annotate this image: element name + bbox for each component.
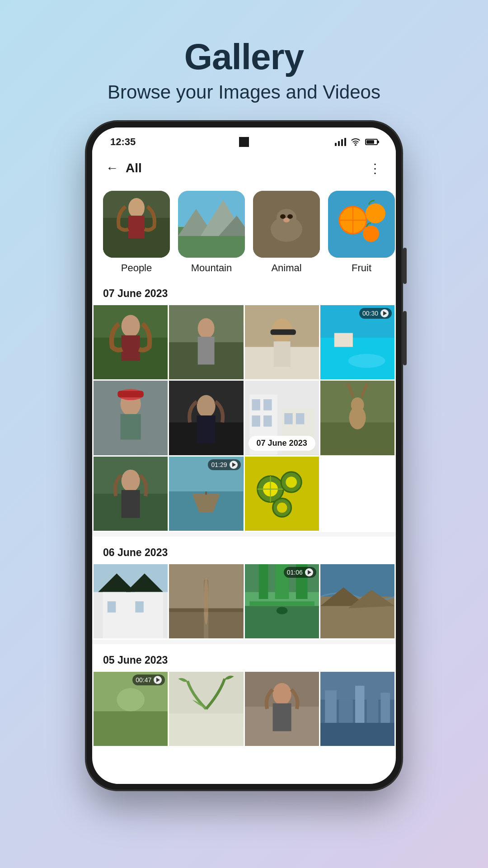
top-bar: ← All ⋮ xyxy=(92,153,396,184)
photo-cell[interactable]: 07 June 2023 xyxy=(245,381,319,455)
categories-row: People Mountain xyxy=(92,191,396,274)
svg-rect-42 xyxy=(270,329,296,335)
app-subtitle: Browse your Images and Videos xyxy=(108,81,380,103)
svg-rect-62 xyxy=(252,415,260,427)
photo-cell[interactable] xyxy=(245,305,319,379)
section-06-june: 06 June 2023 xyxy=(92,538,396,640)
svg-rect-64 xyxy=(284,413,292,425)
section-divider-2 xyxy=(92,640,396,644)
app-title: Gallery xyxy=(108,36,380,78)
svg-rect-61 xyxy=(263,399,272,410)
svg-point-55 xyxy=(197,395,216,417)
video-duration-badge: 00:30 xyxy=(359,308,392,319)
photo-cell[interactable] xyxy=(245,457,319,531)
svg-point-72 xyxy=(122,469,140,491)
svg-point-12 xyxy=(280,214,286,219)
svg-rect-63 xyxy=(263,415,272,427)
photo-grid-07june-row1: 00:30 xyxy=(92,305,396,381)
photo-grid-07june-row2: 07 June 2023 xyxy=(92,381,396,456)
svg-rect-43 xyxy=(273,341,290,367)
section-05-june: 05 June 2023 00:47 xyxy=(92,646,396,747)
svg-rect-111 xyxy=(320,564,394,601)
svg-point-88 xyxy=(277,502,287,513)
svg-point-101 xyxy=(204,578,208,625)
svg-rect-60 xyxy=(252,399,260,410)
svg-rect-46 xyxy=(334,333,353,347)
category-thumb-people xyxy=(103,191,170,258)
svg-rect-34 xyxy=(122,335,140,361)
svg-point-2 xyxy=(128,198,145,218)
video-cell[interactable]: 01:29 xyxy=(169,457,243,531)
svg-rect-116 xyxy=(94,709,168,746)
svg-rect-96 xyxy=(135,601,143,613)
page-header: Gallery Browse your Images and Videos xyxy=(108,0,380,103)
section-07-june: 07 June 2023 xyxy=(92,279,396,532)
svg-point-69 xyxy=(351,397,364,412)
svg-rect-56 xyxy=(197,415,216,443)
video-cell[interactable]: 00:47 xyxy=(94,672,168,746)
more-button[interactable]: ⋮ xyxy=(369,161,382,176)
category-item-fruit[interactable]: Fruit xyxy=(328,191,395,274)
svg-rect-92 xyxy=(103,592,131,638)
svg-point-20 xyxy=(366,203,385,223)
video-cell[interactable]: 01:06 xyxy=(245,564,319,638)
category-item-mountain[interactable]: Mountain xyxy=(178,191,245,274)
svg-rect-65 xyxy=(296,413,304,425)
category-item-animal[interactable]: Animal xyxy=(253,191,320,274)
category-label-mountain: Mountain xyxy=(191,262,232,274)
phone-screen: 12:35 ← All ⋮ xyxy=(92,127,396,784)
svg-point-47 xyxy=(348,354,385,368)
date-header-07june: 07 June 2023 xyxy=(92,279,396,305)
svg-point-123 xyxy=(272,683,291,705)
section-divider xyxy=(92,532,396,537)
svg-rect-52 xyxy=(117,391,143,397)
video-cell[interactable]: 00:30 xyxy=(320,305,394,379)
svg-rect-120 xyxy=(169,713,243,746)
photo-cell[interactable] xyxy=(169,305,243,379)
svg-rect-95 xyxy=(108,601,116,613)
date-header-05june: 05 June 2023 xyxy=(92,646,396,672)
status-icons xyxy=(335,138,378,146)
category-thumb-fruit xyxy=(328,191,395,258)
svg-rect-105 xyxy=(249,601,314,606)
photo-cell-empty xyxy=(320,457,394,531)
svg-point-13 xyxy=(287,214,293,219)
photo-cell[interactable] xyxy=(169,672,243,746)
wifi-icon xyxy=(351,138,361,146)
phone-shell: 12:35 ← All ⋮ xyxy=(86,121,402,790)
photo-cell[interactable] xyxy=(320,564,394,638)
video-duration-badge: 01:06 xyxy=(284,567,316,578)
signal-icon xyxy=(335,138,346,146)
svg-point-21 xyxy=(363,226,379,242)
category-label-people: People xyxy=(121,262,152,274)
category-label-fruit: Fruit xyxy=(352,262,371,274)
categories-section: People Mountain xyxy=(92,184,396,278)
camera-dot xyxy=(239,137,249,147)
photo-cell[interactable] xyxy=(320,672,394,746)
svg-rect-3 xyxy=(128,216,145,238)
category-label-animal: Animal xyxy=(271,262,301,274)
photo-cell[interactable] xyxy=(94,457,168,531)
photo-grid-05june: 00:47 xyxy=(92,672,396,747)
svg-rect-106 xyxy=(258,564,268,599)
back-button[interactable]: ← xyxy=(106,161,118,175)
svg-point-86 xyxy=(286,476,297,488)
screen-title: All xyxy=(126,161,369,175)
svg-point-118 xyxy=(117,688,145,711)
photo-cell[interactable] xyxy=(94,564,168,638)
photo-cell[interactable] xyxy=(320,381,394,455)
battery-icon xyxy=(365,139,378,145)
svg-rect-132 xyxy=(320,723,394,746)
photo-cell[interactable] xyxy=(245,672,319,746)
date-overlay-badge: 07 June 2023 xyxy=(249,436,315,451)
photo-cell[interactable] xyxy=(94,305,168,379)
svg-point-14 xyxy=(283,218,290,222)
photo-cell[interactable] xyxy=(169,381,243,455)
category-item-people[interactable]: People xyxy=(103,191,170,274)
photo-grid-06june: 01:06 xyxy=(92,564,396,640)
date-header-06june: 06 June 2023 xyxy=(92,538,396,564)
photo-cell[interactable] xyxy=(169,564,243,638)
svg-rect-124 xyxy=(272,703,291,731)
photo-cell[interactable] xyxy=(94,381,168,455)
category-thumb-animal xyxy=(253,191,320,258)
